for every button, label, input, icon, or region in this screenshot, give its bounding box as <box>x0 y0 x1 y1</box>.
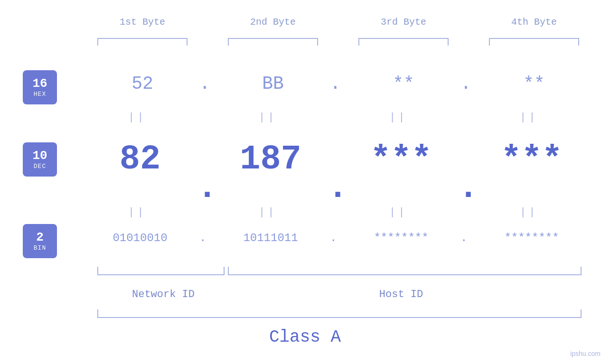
col3-header: 3rd Byte <box>356 17 451 28</box>
eq-4: || <box>520 112 538 123</box>
hex-byte-4: ** <box>487 74 582 94</box>
bracket-bot-network <box>97 274 225 275</box>
dec-dot-1: . <box>197 168 217 207</box>
bin-badge-num: 2 <box>36 231 44 243</box>
bracket-vert-3 <box>228 38 229 46</box>
col2-header: 2nd Byte <box>225 17 320 28</box>
bracket-bot-host <box>228 274 582 275</box>
bracket-bot-vert-4 <box>581 267 582 274</box>
watermark: ipshu.com <box>570 350 601 357</box>
eq-2: || <box>259 112 277 123</box>
dec-dot-3: . <box>458 168 479 207</box>
eq-dec-bin-3: || <box>389 206 407 218</box>
hex-dot-3: . <box>460 74 471 94</box>
hex-badge-label: HEX <box>34 91 46 98</box>
bin-dot-1: . <box>199 232 206 244</box>
bracket-vert-6 <box>448 38 449 46</box>
dec-dot-2: . <box>328 168 348 207</box>
hex-dot-2: . <box>330 74 341 94</box>
hex-byte-2: BB <box>225 74 320 94</box>
dec-byte-3: *** <box>349 140 453 179</box>
bracket-vert-2 <box>187 38 188 46</box>
bin-badge-label: BIN <box>34 244 46 252</box>
bracket-bot-vert-3 <box>228 267 229 274</box>
eq-dec-bin-4: || <box>520 206 538 218</box>
bin-byte-4: ******** <box>479 232 584 244</box>
bracket-vert-8 <box>578 38 579 46</box>
host-id-label: Host ID <box>349 289 453 300</box>
network-id-label: Network ID <box>111 289 216 300</box>
col1-header: 1st Byte <box>95 17 190 28</box>
bracket-top-1 <box>97 38 188 39</box>
eq-3: || <box>389 112 407 123</box>
bracket-full-bottom <box>97 317 582 318</box>
eq-1: || <box>128 112 146 123</box>
dec-badge: 10 DEC <box>23 142 57 177</box>
hex-byte-1: 52 <box>95 74 190 94</box>
bracket-bot-vert-1 <box>97 267 98 274</box>
dec-badge-label: DEC <box>34 163 46 170</box>
eq-dec-bin-2: || <box>259 206 277 218</box>
dec-byte-1: 82 <box>88 140 192 179</box>
main-container: 16 HEX 10 DEC 2 BIN 1st Byte 2nd Byte 3r… <box>0 0 610 364</box>
bin-byte-3: ******** <box>349 232 453 244</box>
bracket-vert-7 <box>489 38 490 46</box>
col4-header: 4th Byte <box>487 17 582 28</box>
bracket-vert-5 <box>358 38 359 46</box>
hex-byte-3: ** <box>356 74 451 94</box>
class-a-label: Class A <box>0 327 610 347</box>
bin-dot-2: . <box>330 232 337 244</box>
bracket-bot-vert-2 <box>224 267 225 274</box>
hex-badge: 16 HEX <box>23 70 57 104</box>
hex-dot-1: . <box>199 74 210 94</box>
bracket-top-3 <box>358 38 449 39</box>
dec-byte-2: 187 <box>218 140 323 179</box>
bracket-vert-1 <box>97 38 98 46</box>
bracket-full-vert-left <box>97 309 98 317</box>
bracket-full-vert-right <box>581 309 582 317</box>
bin-byte-1: 01010010 <box>88 232 192 244</box>
eq-dec-bin-1: || <box>128 206 146 218</box>
dec-badge-num: 10 <box>32 149 47 162</box>
bracket-top-2 <box>228 38 318 39</box>
dec-byte-4: *** <box>479 140 584 179</box>
bin-byte-2: 10111011 <box>218 232 323 244</box>
bracket-top-4 <box>489 38 579 39</box>
bracket-vert-4 <box>317 38 318 46</box>
bin-badge: 2 BIN <box>23 224 57 258</box>
bin-dot-3: . <box>460 232 467 244</box>
hex-badge-num: 16 <box>32 77 47 90</box>
